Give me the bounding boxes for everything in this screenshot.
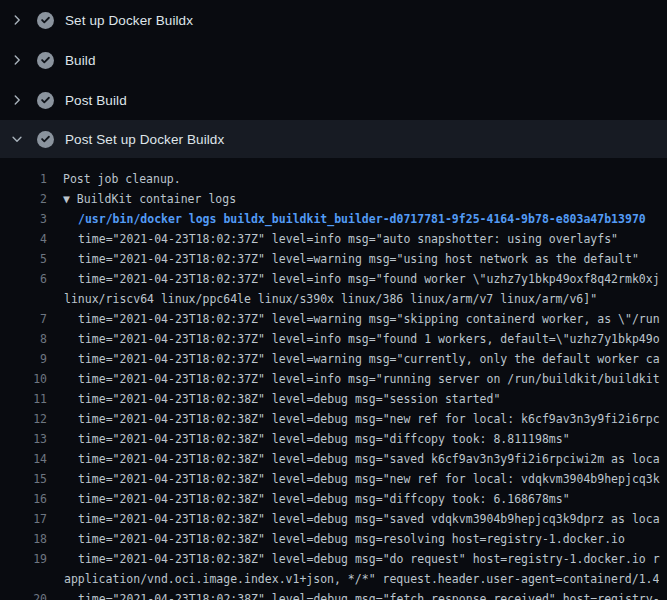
log-line: 9 time="2021-04-23T18:02:37Z" level=warn… <box>0 349 667 369</box>
log-text: time="2021-04-23T18:02:38Z" level=debug … <box>47 469 660 489</box>
line-number[interactable]: 9 <box>0 349 47 369</box>
log-text: linux/riscv64 linux/ppc64le linux/s390x … <box>47 289 597 309</box>
line-number[interactable]: 17 <box>0 509 47 529</box>
log-text: time="2021-04-23T18:02:37Z" level=warnin… <box>47 349 660 369</box>
log-line: 17 time="2021-04-23T18:02:38Z" level=deb… <box>0 509 667 529</box>
log-text: time="2021-04-23T18:02:37Z" level=warnin… <box>47 309 660 329</box>
step-name: Post Build <box>65 93 127 108</box>
log-text: application/vnd.oci.image.index.v1+json,… <box>47 569 659 589</box>
chevron-right-icon <box>10 13 24 27</box>
log-text: Post job cleanup. <box>47 169 181 189</box>
log-text: time="2021-04-23T18:02:37Z" level=info m… <box>47 229 618 249</box>
line-number[interactable]: 1 <box>0 169 47 189</box>
line-number[interactable]: 8 <box>0 329 47 349</box>
log-line: 14 time="2021-04-23T18:02:38Z" level=deb… <box>0 449 667 469</box>
log-text: time="2021-04-23T18:02:38Z" level=debug … <box>47 509 660 529</box>
line-number[interactable]: 18 <box>0 529 47 549</box>
line-number[interactable]: 15 <box>0 469 47 489</box>
log-text: time="2021-04-23T18:02:37Z" level=info m… <box>47 329 660 349</box>
line-number[interactable]: 16 <box>0 489 47 509</box>
log-line: 18 time="2021-04-23T18:02:38Z" level=deb… <box>0 529 667 549</box>
log-line: 16 time="2021-04-23T18:02:38Z" level=deb… <box>0 489 667 509</box>
log-line: 12 time="2021-04-23T18:02:38Z" level=deb… <box>0 409 667 429</box>
line-number[interactable]: 10 <box>0 369 47 389</box>
step-header[interactable]: Post Set up Docker Buildx <box>0 120 667 158</box>
line-number[interactable]: 7 <box>0 309 47 329</box>
steps-list: Set up Docker Buildx Build <box>0 0 667 158</box>
log-text: time="2021-04-23T18:02:38Z" level=debug … <box>47 429 570 449</box>
log-text: time="2021-04-23T18:02:38Z" level=debug … <box>47 529 625 549</box>
check-circle-icon <box>37 92 54 109</box>
line-number[interactable]: 2 <box>0 189 47 209</box>
step-name: Build <box>65 53 96 68</box>
line-number[interactable]: 11 <box>0 389 47 409</box>
line-number[interactable]: 5 <box>0 249 47 269</box>
log-line: 8 time="2021-04-23T18:02:37Z" level=info… <box>0 329 667 349</box>
line-number[interactable]: 20 <box>0 589 47 600</box>
line-number[interactable]: 13 <box>0 429 47 449</box>
line-number[interactable] <box>0 289 47 309</box>
line-number[interactable]: 6 <box>0 269 47 289</box>
check-circle-icon <box>37 131 54 148</box>
log-text: time="2021-04-23T18:02:38Z" level=debug … <box>47 389 500 409</box>
line-number[interactable]: 12 <box>0 409 47 429</box>
line-number[interactable]: 14 <box>0 449 47 469</box>
log-line: 3 /usr/bin/docker logs buildx_buildkit_b… <box>0 209 667 229</box>
log-text: time="2021-04-23T18:02:38Z" level=debug … <box>47 489 570 509</box>
chevron-right-icon <box>10 93 24 107</box>
log-text: time="2021-04-23T18:02:37Z" level=warnin… <box>47 249 639 269</box>
chevron-right-icon <box>10 53 24 67</box>
log-line: 13 time="2021-04-23T18:02:38Z" level=deb… <box>0 429 667 449</box>
step-name: Post Set up Docker Buildx <box>65 132 224 147</box>
step-header[interactable]: Post Build <box>0 80 667 120</box>
log-line: 20 time="2021-04-23T18:02:38Z" level=deb… <box>0 589 667 600</box>
line-number[interactable]: 19 <box>0 549 47 569</box>
log-line: 15 time="2021-04-23T18:02:38Z" level=deb… <box>0 469 667 489</box>
line-number[interactable] <box>0 569 47 589</box>
log-text: time="2021-04-23T18:02:38Z" level=debug … <box>47 449 660 469</box>
log-text: time="2021-04-23T18:02:38Z" level=debug … <box>47 549 660 569</box>
line-number[interactable]: 4 <box>0 229 47 249</box>
log-line: 1 Post job cleanup. <box>0 169 667 189</box>
line-number[interactable]: 3 <box>0 209 47 229</box>
step-header[interactable]: Build <box>0 40 667 80</box>
log-line: linux/riscv64 linux/ppc64le linux/s390x … <box>0 289 667 309</box>
log-text: time="2021-04-23T18:02:37Z" level=info m… <box>47 269 660 289</box>
check-circle-icon <box>37 52 54 69</box>
check-circle-icon <box>37 12 54 29</box>
step-header[interactable]: Set up Docker Buildx <box>0 0 667 40</box>
log-line: 6 time="2021-04-23T18:02:37Z" level=info… <box>0 269 667 289</box>
log-line[interactable]: 2 ▼ BuildKit container logs <box>0 189 667 209</box>
step-name: Set up Docker Buildx <box>65 13 193 28</box>
log-line: 5 time="2021-04-23T18:02:37Z" level=warn… <box>0 249 667 269</box>
log-text: /usr/bin/docker logs buildx_buildkit_bui… <box>47 209 646 229</box>
log-line: 19 time="2021-04-23T18:02:38Z" level=deb… <box>0 549 667 569</box>
log-text: ▼ BuildKit container logs <box>47 189 236 209</box>
log-line: 4 time="2021-04-23T18:02:37Z" level=info… <box>0 229 667 249</box>
log-text: time="2021-04-23T18:02:38Z" level=debug … <box>47 589 660 600</box>
log-text: time="2021-04-23T18:02:37Z" level=info m… <box>47 369 660 389</box>
log-line: 11 time="2021-04-23T18:02:38Z" level=deb… <box>0 389 667 409</box>
log-line: 10 time="2021-04-23T18:02:37Z" level=inf… <box>0 369 667 389</box>
log-text: time="2021-04-23T18:02:38Z" level=debug … <box>47 409 660 429</box>
log-line: application/vnd.oci.image.index.v1+json,… <box>0 569 667 589</box>
chevron-down-icon <box>10 132 24 146</box>
log-viewer[interactable]: 1 Post job cleanup. 2 ▼ BuildKit contain… <box>0 158 667 600</box>
log-line: 7 time="2021-04-23T18:02:37Z" level=warn… <box>0 309 667 329</box>
